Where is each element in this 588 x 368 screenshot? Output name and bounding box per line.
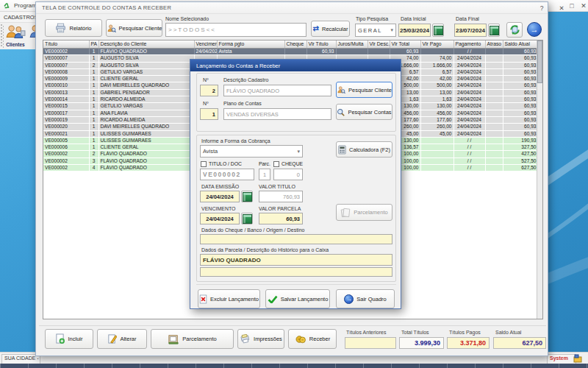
refresh-button[interactable] xyxy=(506,22,523,38)
app-logo-icon xyxy=(3,1,11,10)
next-arrow-button[interactable]: → xyxy=(527,22,542,37)
column-header[interactable]: Saldo Atual xyxy=(503,40,538,49)
column-header[interactable]: Vlr Total xyxy=(390,40,420,49)
table-cell: CLIENTE GERAL xyxy=(98,144,194,151)
scrollbar-thumb[interactable] xyxy=(537,40,542,83)
total-titulos-field: 3.999,30 xyxy=(399,337,444,349)
receber-button[interactable]: Receber xyxy=(288,329,337,349)
clientes-icon xyxy=(5,24,26,41)
cadastro-n-field[interactable]: 2 xyxy=(200,85,218,96)
vencimento-field[interactable]: 24/04/2024 xyxy=(200,213,240,224)
column-header[interactable]: Vlr Pago xyxy=(420,40,453,49)
data-final-calendar-button[interactable] xyxy=(488,24,500,37)
plano-de-contas-field[interactable]: VENDAS DIVERSAS xyxy=(223,108,331,120)
cheque-number-field[interactable]: 0 xyxy=(273,169,303,180)
table-cell xyxy=(336,49,368,55)
column-header[interactable]: PA xyxy=(89,40,98,49)
tray-icon[interactable] xyxy=(573,354,582,363)
dialog-pesquisar-cliente-button[interactable]: Pesquisar Cliente xyxy=(336,82,392,98)
parcelamento-button[interactable]: Parcelamento xyxy=(151,329,234,349)
column-header[interactable]: Forma pgto xyxy=(217,40,284,49)
window-titlebar: TELA DE CONTROLE DO CONTAS A RECEBER ? ✕ xyxy=(36,2,548,14)
table-cell xyxy=(420,144,453,151)
table-cell: 1 xyxy=(89,124,98,130)
dialog-parcelamento-label: Parcelamento xyxy=(354,209,387,216)
emissao-calendar-button[interactable] xyxy=(241,191,253,202)
nome-selecionado-field[interactable]: >>TODOS<< xyxy=(165,23,306,37)
sair-quadro-button[interactable]: → Sair Quadro xyxy=(336,289,395,308)
data-inicial-field[interactable]: 25/03/2024 xyxy=(398,24,431,37)
column-header[interactable]: Título xyxy=(43,40,89,49)
column-header[interactable]: Pagamento xyxy=(453,40,485,49)
vertical-scrollbar[interactable] xyxy=(537,40,542,319)
table-cell: 2 xyxy=(89,151,98,158)
help-icon[interactable]: ? xyxy=(536,3,548,13)
historico-field[interactable]: FLÁVIO QUADRADO xyxy=(200,254,392,266)
titulo-doc-checkbox[interactable] xyxy=(201,161,207,167)
salvar-lancamento-button[interactable]: Salvar Lançamento xyxy=(265,289,330,308)
close-icon[interactable]: ✕ xyxy=(556,3,567,13)
column-header[interactable]: Juros/Multa xyxy=(336,40,368,49)
table-cell: DAVI MEIRELLES QUADRADO xyxy=(98,124,194,130)
relatorio-button[interactable]: Relatório xyxy=(45,19,102,37)
recalcular-button[interactable]: ⇄ Recalcular xyxy=(311,21,350,37)
forma-cobranca-label: Informe a Forma da Cobrança xyxy=(201,138,270,144)
excluir-lancamento-button[interactable]: Excluir Lançamento xyxy=(198,289,260,308)
table-cell: 4 xyxy=(89,165,98,171)
data-inicial-calendar-button[interactable] xyxy=(432,24,444,37)
toolbar-item-clientes[interactable]: Clientes xyxy=(5,24,26,47)
parc-field[interactable]: 1 xyxy=(259,169,270,180)
calendar-icon xyxy=(434,26,443,35)
descricao-cadastro-field[interactable]: FLÁVIO QUADRADO xyxy=(223,85,331,96)
table-cell: 627,50 xyxy=(503,165,538,171)
impressoes-button[interactable]: Impressões xyxy=(237,329,284,349)
dados-cheque-field[interactable] xyxy=(200,234,392,244)
pesquisar-cliente-button[interactable]: Pesquisar Cliente xyxy=(106,19,162,37)
table-cell: GETULIO VARGAS xyxy=(98,103,194,110)
column-header[interactable]: Vlr Desc. xyxy=(368,40,390,49)
table-cell: / / xyxy=(453,165,485,171)
add-page-icon xyxy=(55,333,65,344)
table-cell xyxy=(420,165,453,171)
column-header[interactable]: Vencimento xyxy=(194,40,217,49)
forma-cobranca-select[interactable]: Avista ▾ xyxy=(200,145,303,158)
maximize-icon[interactable]: □ xyxy=(567,1,577,10)
calculadora-label: Calculadora (F2) xyxy=(349,146,390,153)
table-cell: Avista xyxy=(217,49,284,55)
tipo-pesquisa-value: GERAL xyxy=(358,27,382,34)
table-cell: 60,93 xyxy=(503,55,538,62)
data-final-field[interactable]: 23/07/2024 xyxy=(454,24,487,37)
valor-parcela-field[interactable]: 60,93 xyxy=(259,213,303,224)
column-header[interactable]: Descrição do Cliente xyxy=(98,40,194,49)
table-cell: 60,93 xyxy=(503,130,538,137)
menu-cadastros[interactable]: CADASTROS xyxy=(0,12,37,21)
valor-titulo-field[interactable]: 760,93 xyxy=(259,191,303,202)
column-header[interactable]: Atraso xyxy=(485,40,503,49)
cheque-checkbox[interactable] xyxy=(273,161,279,167)
vencimento-calendar-button[interactable] xyxy=(241,213,253,224)
alterar-button[interactable]: Alterar xyxy=(97,329,147,349)
tipo-pesquisa-select[interactable]: GERAL ▾ xyxy=(355,24,396,37)
pesquisar-contas-button[interactable]: Pesquisar Contas xyxy=(336,104,392,120)
table-cell xyxy=(485,76,503,82)
saldo-atual-field: 627,50 xyxy=(493,337,546,349)
table-cell xyxy=(284,49,306,55)
menubar: CADASTROS xyxy=(0,12,37,22)
table-row[interactable]: VE0000021FLÁVIO QUADRADO24/04/2024Avista… xyxy=(43,49,538,55)
plano-n-field[interactable]: 1 xyxy=(200,108,218,120)
calculadora-button[interactable]: Calculadora (F2) xyxy=(336,141,392,158)
incluir-button[interactable]: Incluir xyxy=(45,329,93,349)
total-titulos-label: Total Títulos xyxy=(401,330,429,335)
column-header[interactable]: Cheque xyxy=(284,40,306,49)
titulo-doc-field[interactable]: VE000002 xyxy=(200,169,254,180)
historico-extra-field[interactable] xyxy=(200,267,392,277)
back-close-icon[interactable]: ✕ xyxy=(578,1,588,10)
dialog-parcelamento-button[interactable]: Parcelamento xyxy=(336,204,392,221)
table-cell xyxy=(485,62,503,68)
table-cell: FLÁVIO QUADRADO xyxy=(98,49,194,55)
table-cell: RICARDO ALMEIDA xyxy=(98,96,194,103)
table-cell: 45,00 xyxy=(420,130,453,137)
column-header[interactable]: Vlr Título xyxy=(306,40,336,49)
table-cell: GABRIEL PENSADOR xyxy=(98,89,194,96)
data-emissao-field[interactable]: 24/04/2024 xyxy=(200,191,240,202)
